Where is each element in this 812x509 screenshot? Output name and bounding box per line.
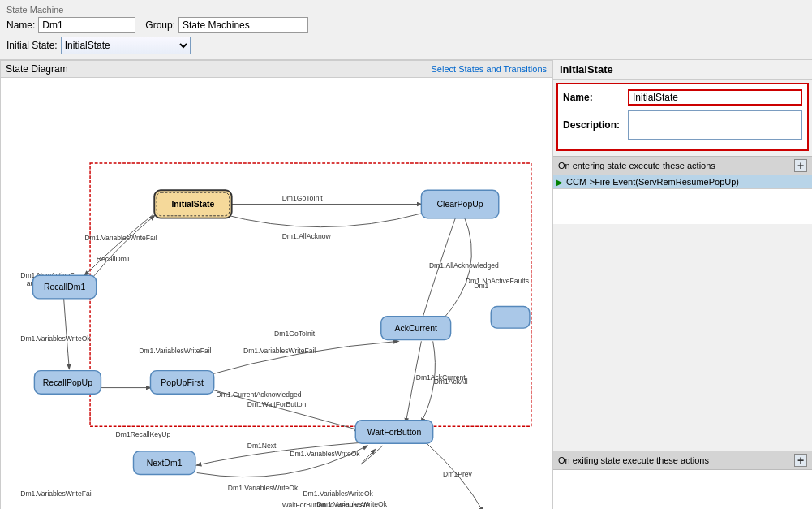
svg-text:RecallDm1: RecallDm1: [97, 255, 131, 263]
svg-text:Dm1.VariablesWriteOk: Dm1.VariablesWriteOk: [290, 450, 360, 458]
svg-text:Dm1GoToInit: Dm1GoToInit: [282, 194, 324, 202]
on-exit-section: On exiting state execute these actions +: [553, 449, 812, 509]
name-input[interactable]: [38, 17, 135, 33]
name-label: Name:: [6, 19, 35, 31]
add-enter-btn[interactable]: +: [794, 159, 807, 172]
svg-text:Dm1.AllAcknow: Dm1.AllAcknow: [282, 232, 332, 240]
group-field-group: Group:: [145, 17, 308, 33]
action-text: CCM->Fire Event(ServRemResumePopUp): [566, 177, 739, 187]
group-label: Group:: [145, 19, 175, 31]
svg-text:Dm1RecallKeyUp: Dm1RecallKeyUp: [116, 430, 171, 438]
initial-state-label: Initial State:: [6, 40, 58, 51]
enter-action-list: ▶ CCM->Fire Event(ServRemResumePopUp): [553, 175, 812, 224]
svg-text:Dm1AckAll: Dm1AckAll: [434, 377, 468, 386]
name-prop-label: Name:: [563, 92, 628, 103]
svg-text:Dm1.VariablesWriteFail: Dm1.VariablesWriteFail: [139, 347, 211, 355]
desc-prop-label: Description:: [563, 119, 628, 131]
diagram-svg: Dm1GoToInit Dm1.AllAcknow Dm1.VariablesW…: [1, 78, 552, 509]
on-exit-label: On exiting state execute these actions: [558, 455, 709, 465]
svg-rect-49: [491, 306, 530, 328]
add-exit-btn[interactable]: +: [794, 454, 807, 467]
svg-text:WaitForButton: WaitForButton: [367, 428, 422, 437]
name-field-group: Name:: [6, 17, 135, 33]
left-panel: State Diagram Select States and Transiti…: [0, 60, 552, 509]
desc-textarea[interactable]: [628, 110, 802, 140]
diagram-area[interactable]: Dm1GoToInit Dm1.AllAcknow Dm1.VariablesW…: [1, 78, 552, 509]
diagram-panel-header: State Diagram Select States and Transiti…: [1, 61, 552, 78]
svg-text:Dm1GoToInit: Dm1GoToInit: [274, 330, 316, 338]
svg-text:Dm1.VariablesWriteFail: Dm1.VariablesWriteFail: [20, 490, 92, 498]
svg-text:RecallPopUp: RecallPopUp: [43, 378, 92, 387]
svg-text:ClearPopUp: ClearPopUp: [437, 200, 483, 209]
exit-action-list: [553, 470, 812, 509]
svg-text:Dm1.AllAcknowledged: Dm1.AllAcknowledged: [429, 261, 499, 270]
svg-text:AckCurrent: AckCurrent: [394, 324, 437, 333]
svg-text:RecallDm1: RecallDm1: [44, 283, 85, 291]
state-properties: Name: Description:: [556, 83, 809, 151]
right-panel: InitialState Name: Description: On enter…: [552, 60, 812, 509]
svg-text:Dm1: Dm1: [474, 282, 488, 290]
initial-state-select[interactable]: InitialState: [61, 37, 191, 54]
on-enter-label: On entering state execute these actions: [558, 161, 715, 170]
on-exit-header: On exiting state execute these actions +: [553, 451, 812, 470]
main-content: State Diagram Select States and Transiti…: [0, 60, 812, 509]
svg-text:Dm1.VariablesWriteOk: Dm1.VariablesWriteOk: [228, 484, 299, 492]
svg-text:Dm1.VariablesWriteOk: Dm1.VariablesWriteOk: [20, 334, 91, 343]
svg-text:Dm1.VariablesWriteOk: Dm1.VariablesWriteOk: [303, 490, 373, 498]
group-input[interactable]: [178, 17, 308, 33]
svg-text:Dm1Prev: Dm1Prev: [443, 470, 472, 478]
name-prop-row: Name:: [563, 89, 802, 106]
svg-text:Dm1.CurrentAcknowledged: Dm1.CurrentAcknowledged: [217, 390, 302, 399]
svg-text:Dm1.VariablesWriteOk: Dm1.VariablesWriteOk: [317, 500, 388, 508]
on-enter-section: On entering state execute these actions …: [553, 154, 812, 224]
initial-state-row: Initial State: InitialState: [6, 37, 806, 54]
desc-prop-row: Description:: [563, 110, 802, 140]
svg-text:Dm1Next: Dm1Next: [247, 442, 277, 450]
state-name-input[interactable]: [628, 89, 802, 106]
play-icon: ▶: [556, 178, 563, 187]
spacer: [553, 224, 812, 447]
on-enter-header: On entering state execute these actions …: [553, 156, 812, 175]
select-states-link[interactable]: Select States and Transitions: [432, 64, 547, 74]
svg-text:NextDm1: NextDm1: [147, 459, 183, 468]
svg-text:PopUpFirst: PopUpFirst: [161, 378, 204, 387]
action-item[interactable]: ▶ CCM->Fire Event(ServRemResumePopUp): [553, 175, 812, 189]
diagram-title: State Diagram: [6, 63, 68, 75]
svg-text:Dm1.VariablesWriteFail: Dm1.VariablesWriteFail: [84, 234, 157, 242]
svg-text:InitialState: InitialState: [171, 200, 214, 209]
window-title: State Machine: [6, 5, 806, 15]
svg-text:Dm1WaitForButton: Dm1WaitForButton: [247, 400, 307, 408]
state-title: InitialState: [553, 60, 812, 80]
top-bar: State Machine Name: Group: Initial State…: [0, 0, 812, 60]
svg-text:Dm1.VariablesWriteFail: Dm1.VariablesWriteFail: [243, 347, 316, 355]
